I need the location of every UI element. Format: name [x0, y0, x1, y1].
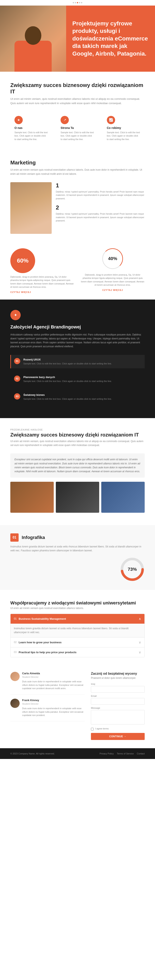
testimonial-1: Carla Almeida Student Director Duis aute…	[10, 672, 85, 695]
uni-subtitle: Ut enim ad minim veniam quis nostrud exe…	[10, 607, 145, 609]
form-heading: Zacznij od bezpłatnej wyceny	[91, 672, 145, 676]
testimonial-role-1: Student Director	[22, 675, 85, 679]
form-group-name: Imię	[91, 683, 145, 693]
section-uni: Współpracujemy z wiodącymi światowymi un…	[0, 590, 155, 663]
email-label: Email	[91, 695, 145, 697]
founder-items: 01 Rozwój UI/UX Sample text. Click to ed…	[10, 355, 145, 404]
stat-circle-arc-2	[102, 248, 123, 269]
section-stats: 60% Dębrowski, dząg to przełom które pow…	[0, 242, 155, 299]
stat-text-1: Dębrowski, dząg to przełom które powracą…	[10, 275, 74, 293]
footer-links: Privacy Policy Terms of Service Contact	[100, 752, 145, 755]
acc-title-2: Learn how to grow your business	[19, 641, 61, 644]
card-icon-1-symbol: ★	[17, 118, 20, 122]
card-icon-3-symbol: 📈	[109, 118, 113, 122]
acc-body-text-1: Insimullus lorem gravida dictum laoreet …	[14, 627, 141, 635]
testimonial-2: Frank Kinney Student Director Duis aute …	[10, 698, 85, 721]
founder-icon-circle: ✦	[10, 310, 21, 320]
footer-copyright: © 2023 Company Name. All rights reserved…	[10, 752, 55, 755]
topbar	[0, 0, 155, 6]
section-zwieksz2: PRZEWLEKANE HASŁOSE Zwiększamy succes bi…	[0, 418, 155, 525]
checkbox-label: I agree terms	[95, 727, 109, 730]
topbar-dot-1	[73, 2, 74, 3]
marketing-item-1: 1 Dęblina: miras 'rypted oprimum' pammat…	[56, 182, 145, 200]
email-input[interactable]	[91, 698, 145, 705]
hero-section: Projektujemy cyfrowe produkty, usługi i …	[0, 6, 155, 72]
accordion-item-3: 03 Practical tips to help you price your…	[11, 648, 144, 657]
avatar-2	[10, 698, 20, 708]
accordion-header-3[interactable]: 03 Practical tips to help you price your…	[11, 648, 144, 657]
stat-block-1: 60% Dębrowski, dząg to przełom które pow…	[10, 248, 74, 293]
stat-pct-1: 60%	[17, 258, 29, 264]
card-title-3: Co robimy	[107, 126, 141, 129]
testimonials-section: Carla Almeida Student Director Duis aute…	[10, 672, 85, 740]
accordion-header-1[interactable]: 01 Business Sustainability Management ∧	[11, 614, 144, 624]
marketing-desc: Ut enim ad minim veniam quis nostrud exe…	[10, 168, 145, 176]
accordion-header-2[interactable]: 02 Learn how to grow your business ∨	[11, 638, 144, 647]
marketing-text: 1 Dęblina: miras 'rypted oprimum' pammat…	[56, 182, 145, 227]
section-infografika: 01 Infografika Insimullus lorem gravida …	[0, 525, 155, 590]
marketing-num-1: 1	[56, 182, 145, 189]
testimonial-role-2: Student Director	[22, 702, 85, 706]
testimonial-content-1: Carla Almeida Student Director Duis aute…	[22, 672, 85, 690]
topbar-dot-2	[75, 2, 76, 3]
acc-num-1: 01	[14, 617, 16, 620]
form-subtitle: Praesent ut dolor quis lorem ullamcorper…	[91, 676, 145, 679]
form-group-email: Email	[91, 695, 145, 705]
acc-left-2: 02 Learn how to grow your business	[14, 641, 62, 644]
acc-num-3: 03	[14, 651, 16, 654]
footer-link-2[interactable]: Terms of Service	[117, 752, 134, 755]
footer-link-1[interactable]: Privacy Policy	[100, 752, 113, 755]
hero-person-bg	[0, 6, 66, 72]
img-block-2	[56, 482, 99, 513]
hero-image	[0, 6, 66, 72]
footer-link-3[interactable]: Contact	[137, 752, 145, 755]
stat-circle-sm-2: 40%	[102, 248, 123, 269]
stat-circle-container-2: 40% Dębowski, dząg to przełom które powr…	[81, 248, 145, 291]
hero-shirt	[14, 41, 52, 72]
marketing-text-2: Dęblina: miras 'rypted oprimum' pammatby…	[56, 212, 145, 223]
terms-checkbox[interactable]	[91, 728, 94, 730]
founder-item-text-3: Sample text. Click to edit the text box.…	[23, 397, 112, 401]
founder-item-content-2: Planowanie bazy danych Sample text. Clic…	[23, 375, 112, 383]
submit-button[interactable]: CONTINUE →	[91, 733, 145, 740]
section1-heading: Zwiększamy succes biznesowy dzięki rozwi…	[10, 82, 145, 95]
marketing-image-inner	[10, 182, 52, 234]
read-more-2[interactable]: CZYTAJ WIĘCEJ	[102, 289, 123, 291]
marketing-text-1: Dęblina: miras 'rypted oprimum' pammatby…	[56, 190, 145, 200]
card-icon-2-symbol: ↗	[64, 118, 66, 122]
acc-chevron-3: ∨	[139, 650, 141, 654]
acc-chevron-1: ∧	[139, 617, 141, 621]
img-block-1	[10, 482, 54, 513]
founder-item-2: 02 Planowanie bazy danych Sample text. C…	[10, 372, 145, 386]
quote-text: Excepteur sint occaecat cupidatat non pr…	[14, 458, 141, 474]
read-more-1[interactable]: CZYTAJ WIĘCEJ	[10, 291, 74, 293]
info-header: 01 Infografika	[10, 533, 145, 542]
name-input[interactable]	[91, 686, 145, 693]
card-text-3: Sample text. Click to edit the text box.…	[107, 131, 141, 141]
quote-box: Excepteur sint occaecat cupidatat non pr…	[10, 453, 145, 477]
card-icon-3: 📈	[107, 116, 115, 124]
card-2: ↗ Strona Ta Sample text. Click to edit t…	[56, 112, 98, 145]
accordion: 01 Business Sustainability Management ∧ …	[10, 614, 145, 657]
info-num: 01	[10, 533, 19, 542]
acc-title-1: Business Sustainability Management	[19, 617, 66, 620]
topbar-dot-5	[81, 2, 82, 3]
checkbox-group: I agree terms	[91, 727, 145, 730]
marketing-num-2: 2	[56, 204, 145, 211]
testimonial-content-2: Frank Kinney Student Director Duis aute …	[22, 698, 85, 717]
card-3: 📈 Co robimy Sample text. Click to edit t…	[103, 112, 145, 145]
name-label: Imię	[91, 683, 145, 685]
donut-container: 73%	[10, 557, 145, 582]
acc-chevron-2: ∨	[139, 640, 141, 644]
acc-left-1: 01 Business Sustainability Management	[14, 617, 66, 620]
message-textarea[interactable]	[91, 710, 145, 724]
hero-heading: Projektujemy cyfrowe produkty, usługi i …	[72, 20, 149, 57]
contact-form: Zacznij od bezpłatnej wyceny Praesent ut…	[91, 672, 145, 740]
section2-label: PRZEWLEKANE HASŁOSE	[10, 428, 145, 431]
section2-desc: Ut enim ad minim veniam, quis nostrud ex…	[10, 439, 145, 447]
info-desc: Insimullus lorem gravida dictum laoreet …	[10, 545, 145, 553]
marketing-heading: Marketing	[10, 159, 145, 166]
founder-item-title-1: Rozwój UI/UX	[23, 358, 112, 361]
stat-desc-1: Dębrowski, dząg to przełom które powracą…	[10, 275, 74, 289]
testimonial-name-1: Carla Almeida	[22, 672, 85, 675]
